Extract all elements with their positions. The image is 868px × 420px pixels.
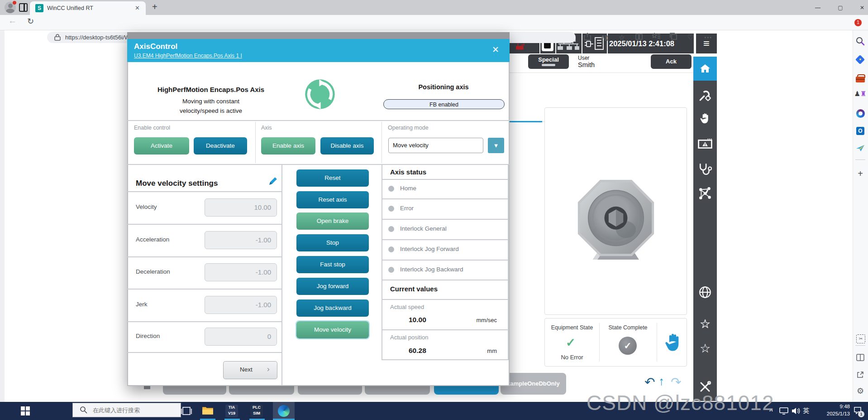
favorites-bar-icon[interactable]: [650, 32, 662, 43]
next-button[interactable]: Next ›: [223, 361, 277, 379]
scissors-glyph: ✂: [856, 334, 865, 343]
more-menu-icon[interactable]: ⋯: [702, 32, 714, 43]
tab-title: WinCC Unified RT: [47, 5, 93, 11]
active-tab-underline[interactable]: [509, 121, 542, 122]
fast-stop-button[interactable]: Fast stop: [296, 256, 369, 273]
sidebar-item-tools[interactable]: [693, 89, 717, 105]
page-left-gutter: [0, 30, 5, 402]
sidebar-add-icon[interactable]: +: [854, 169, 867, 181]
toolbox-icon[interactable]: [854, 72, 867, 85]
operating-mode-dropdown-button[interactable]: ▾: [488, 138, 504, 153]
refresh-icon[interactable]: ↻: [27, 16, 34, 26]
tray-clock-time[interactable]: 9:48: [815, 404, 850, 409]
move-velocity-button[interactable]: Move velocity: [296, 321, 369, 338]
notification-badge: 1: [858, 411, 864, 417]
sidebar-notification-badge: 1: [854, 19, 862, 26]
tray-display-icon[interactable]: [779, 407, 788, 416]
browser-essentials-icon[interactable]: ♡: [685, 32, 696, 43]
workspaces-icon[interactable]: [19, 3, 28, 12]
state-complete-label: State Complete: [599, 324, 657, 331]
user-name[interactable]: Smith: [578, 61, 595, 68]
sidebar-item-diagnostics[interactable]: [693, 162, 717, 179]
sidebar-search-icon[interactable]: [854, 36, 867, 49]
window-minimize-button[interactable]: —: [810, 3, 825, 12]
tab-close-icon[interactable]: ✕: [135, 5, 140, 11]
window-close-button[interactable]: ✕: [854, 3, 868, 12]
axis-status-title: Axis status: [390, 168, 426, 176]
deactivate-button[interactable]: Deactivate: [194, 137, 247, 154]
share-icon[interactable]: [582, 32, 593, 43]
drop-paper-plane-icon[interactable]: [854, 142, 867, 155]
disable-axis-button[interactable]: Disable axis: [320, 137, 374, 154]
microsoft-365-icon[interactable]: [854, 108, 867, 121]
outlook-icon[interactable]: O: [854, 125, 867, 138]
reset-axis-button[interactable]: Reset axis: [296, 191, 369, 208]
tray-volume-icon[interactable]: [791, 407, 800, 416]
sidebar-item-home[interactable]: [693, 57, 717, 81]
jerk-field[interactable]: -1.00: [205, 296, 277, 314]
plcsim-icon[interactable]: PLCSIM: [250, 405, 263, 417]
tia-portal-icon[interactable]: TIAV19: [225, 405, 238, 417]
sidebar-item-web[interactable]: [693, 285, 717, 302]
sidebar-item-manual[interactable]: [693, 112, 717, 129]
sidebar-divider: [855, 345, 865, 346]
manual-hand-icon[interactable]: [663, 331, 683, 355]
favorite-star-icon[interactable]: ☆: [616, 32, 628, 43]
browser-tab[interactable]: S WinCC Unified RT ✕: [30, 1, 146, 15]
open-brake-button[interactable]: Open brake: [296, 212, 369, 230]
taskbar-search-input[interactable]: [72, 403, 181, 417]
current-values-title: Current values: [390, 285, 438, 293]
activate-button[interactable]: Activate: [134, 137, 189, 154]
home-icon: [700, 63, 711, 73]
split-window-icon[interactable]: [854, 352, 867, 364]
chess-pawn-glyph: ♟: [854, 90, 860, 97]
file-explorer-icon[interactable]: [202, 406, 214, 417]
velocity-field[interactable]: 10.00: [205, 198, 277, 217]
back-icon[interactable]: ←: [8, 16, 17, 26]
collections-icon[interactable]: [668, 32, 679, 43]
tray-clock-date[interactable]: 2025/1/13: [815, 411, 850, 416]
enable-axis-button[interactable]: Enable axis: [261, 137, 315, 154]
direction-field[interactable]: 0: [205, 328, 277, 346]
undo-icon[interactable]: ↶: [644, 375, 655, 390]
start-button[interactable]: [21, 406, 30, 415]
example-db-button[interactable]: xampleOneDbOnly: [501, 373, 566, 395]
sidebar-item-favorite-2[interactable]: ☆: [693, 341, 717, 357]
dialog-drag-bar[interactable]: [127, 32, 510, 39]
screenshot-icon[interactable]: ✂: [854, 333, 867, 345]
status-item: Home: [400, 185, 416, 192]
csdn-watermark: CSDN @lzc881012: [587, 391, 774, 415]
up-arrow-icon[interactable]: ↑: [658, 374, 664, 388]
close-icon[interactable]: ✕: [492, 44, 499, 55]
task-view-icon[interactable]: [181, 406, 192, 418]
read-aloud-icon[interactable]: A)): [599, 32, 610, 43]
operating-mode-select[interactable]: Move velocity: [388, 138, 483, 153]
acceleration-field[interactable]: -1.00: [205, 231, 277, 249]
status-item: Interlock Jog Backward: [400, 266, 463, 273]
sidebar-settings-icon[interactable]: ⚙: [854, 386, 867, 399]
actual-speed-value: 10.00: [409, 316, 426, 324]
enable-control-label: Enable control: [134, 125, 170, 131]
sidebar-item-favorite-1[interactable]: ☆: [693, 316, 717, 333]
redo-icon[interactable]: ↷: [671, 375, 681, 390]
sidebar-item-network[interactable]: [693, 187, 717, 203]
open-external-icon[interactable]: [854, 369, 867, 381]
tray-ime-indicator[interactable]: 英: [803, 407, 809, 415]
shopping-tag-icon[interactable]: [854, 54, 867, 67]
window-maximize-button[interactable]: ▢: [833, 3, 848, 12]
reset-button[interactable]: Reset: [296, 169, 369, 187]
special-button[interactable]: Special: [528, 54, 569, 69]
actual-position-label: Actual position: [390, 334, 429, 341]
alarm-screen-icon: [698, 138, 712, 150]
games-chess-icon[interactable]: ♟♜: [854, 90, 867, 102]
sidebar-item-alarms[interactable]: [693, 138, 717, 154]
stop-button[interactable]: Stop: [296, 234, 369, 251]
jog-forward-button[interactable]: Jog forward: [296, 278, 369, 295]
new-tab-button[interactable]: +: [152, 2, 157, 12]
edit-pencil-icon[interactable]: [268, 176, 278, 186]
ack-button[interactable]: Ack: [651, 54, 692, 69]
deceleration-field[interactable]: -1.00: [205, 263, 277, 281]
edge-app-highlight[interactable]: [273, 402, 295, 420]
jog-backward-button[interactable]: Jog backward: [296, 299, 369, 317]
split-screen-icon[interactable]: [633, 32, 645, 43]
